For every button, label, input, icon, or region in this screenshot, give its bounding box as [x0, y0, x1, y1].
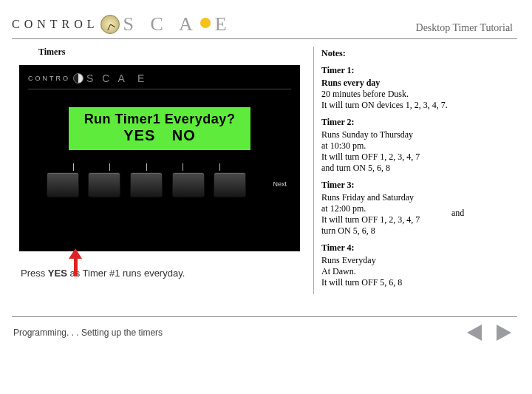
timer4-body: Runs Everyday At Dawn. It will turn OFF …: [321, 255, 451, 288]
footer: Programming. . . Setting up the timers: [12, 325, 517, 341]
device-brand-scape: S C A E: [86, 72, 147, 84]
soft-button-2[interactable]: [88, 172, 120, 197]
timer4-line2: At Dawn.: [321, 266, 356, 276]
soft-button-1[interactable]: [47, 172, 79, 197]
timer3-body: Runs Friday and Saturday at 12:00 pm. It…: [321, 192, 451, 237]
timer3-line4: turn ON 5, 6, 8: [321, 225, 375, 236]
instruction-bold: YES: [48, 268, 67, 279]
timer3-line3: It will turn OFF 1, 2, 3, 4, 7: [321, 214, 420, 225]
nav-arrows: [467, 325, 511, 341]
clock-icon: [100, 15, 120, 34]
next-label: Next: [273, 180, 287, 188]
tutorial-page: CONTROL S C A E Desktop Timer Tutorial T…: [0, 0, 532, 394]
lcd-screen: Run Timer1 Everyday? YES NO: [69, 107, 250, 150]
timer2-line4: and turn ON 5, 6, 8: [321, 163, 390, 173]
soft-button-ticks: [28, 163, 291, 171]
timer2-line1: Runs Sunday to Thursday: [321, 129, 413, 140]
left-column: Timers CONTRO S C A E Run Timer1 Everyda…: [12, 47, 301, 279]
content-row: Timers CONTRO S C A E Run Timer1 Everyda…: [12, 47, 517, 294]
soft-button-row: [28, 172, 291, 197]
soft-button-3[interactable]: [130, 172, 163, 197]
timer4-heading: Timer 4:: [321, 242, 451, 254]
logo-text-control: CONTROL: [12, 18, 99, 31]
timer1-heading: Timer 1:: [321, 65, 451, 76]
timer1-body: Runs every day 20 minutes before Dusk. I…: [321, 78, 451, 111]
notes-heading: Notes:: [321, 48, 451, 59]
notes-column: Notes: Timer 1: Runs every day 20 minute…: [321, 47, 451, 294]
timer2-body: Runs Sunday to Thursday at 10:30 pm. It …: [321, 129, 451, 174]
timer1-line2: 20 minutes before Dusk.: [321, 89, 409, 99]
instruction-text: Press YES as Timer #1 runs everyday.: [21, 268, 301, 279]
device-screenshot: CONTRO S C A E Run Timer1 Everyday? YES …: [19, 65, 300, 251]
timer1-line3: It will turn ON devices 1, 2, 3, 4, 7.: [321, 100, 448, 110]
sun-icon: [200, 18, 211, 28]
soft-button-5[interactable]: [214, 172, 246, 197]
next-arrow-icon[interactable]: [497, 325, 511, 341]
timer2-line3: It will turn OFF 1, 2, 3, 4, 7: [321, 152, 420, 162]
overflow-and: and: [451, 47, 464, 219]
timer3-line1: Runs Friday and Saturday: [321, 192, 414, 203]
lcd-question: Run Timer1 Everyday?: [75, 112, 245, 127]
lcd-option-yes: YES: [123, 127, 155, 144]
soft-button-4[interactable]: [172, 172, 205, 197]
prev-arrow-icon[interactable]: [467, 325, 482, 341]
instruction-suffix: as Timer #1 runs everyday.: [67, 268, 185, 279]
device-divider: [28, 89, 291, 89]
logo-text-scape: S C A E: [123, 13, 233, 35]
lcd-option-no: NO: [172, 127, 196, 144]
page-header: CONTROL S C A E Desktop Timer Tutorial: [12, 13, 517, 39]
timer4-line3: It will turn OFF 5, 6, 8: [321, 277, 402, 288]
footer-divider: [12, 316, 517, 317]
right-column: Notes: Timer 1: Runs every day 20 minute…: [313, 47, 517, 294]
timer1-bold: Runs every day: [321, 78, 380, 88]
device-brand: CONTRO S C A E: [28, 72, 291, 84]
half-moon-icon: [73, 73, 83, 84]
device-brand-control: CONTRO: [28, 75, 70, 82]
timer2-heading: Timer 2:: [321, 117, 451, 128]
timer3-heading: Timer 3:: [321, 180, 451, 191]
timer4-line1: Runs Everyday: [321, 255, 376, 265]
brand-logo: CONTROL S C A E: [12, 13, 233, 35]
logo-scape-right: E: [215, 13, 233, 35]
logo-scape-left: S C A: [123, 13, 199, 35]
section-heading: Timers: [38, 47, 301, 58]
page-title: Desktop Timer Tutorial: [416, 22, 517, 35]
timer3-line2: at 12:00 pm.: [321, 203, 366, 214]
timer2-line2: at 10:30 pm.: [321, 140, 366, 151]
instruction-prefix: Press: [21, 268, 48, 279]
lcd-options: YES NO: [75, 127, 245, 144]
footer-text: Programming. . . Setting up the timers: [13, 327, 163, 338]
